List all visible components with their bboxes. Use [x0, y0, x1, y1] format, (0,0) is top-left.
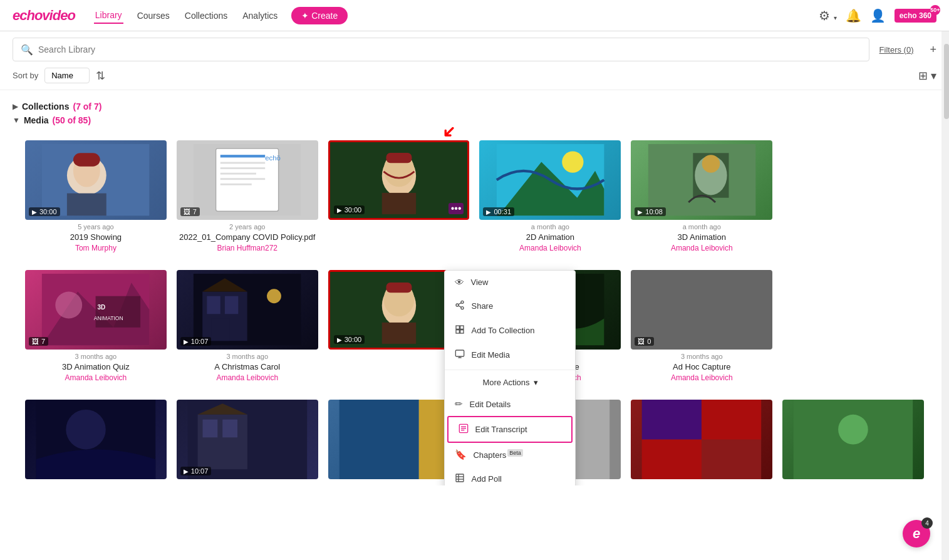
play-icon-3d: ▶ — [638, 209, 643, 215]
card-title-2d: 2D Animation — [479, 232, 621, 242]
search-icon: 🔍 — [21, 44, 33, 56]
profile-icon[interactable]: 👤 — [870, 8, 886, 23]
svg-rect-70 — [202, 420, 217, 438]
duration-bottom-2: ▶ 10:07 — [180, 467, 212, 475]
card-age-3d: a month ago — [631, 223, 772, 231]
img-icon-adhoc2: 🖼 0 — [635, 337, 654, 346]
card-age-2d: a month ago — [479, 223, 621, 231]
card-bottom-5[interactable] — [631, 400, 772, 479]
svg-rect-4 — [73, 153, 100, 167]
media-grid-row1: ▶ 30:00 5 years ago 2019 Showing Tom Mur… — [13, 134, 936, 259]
card-2019-showing[interactable]: ▶ 30:00 5 years ago 2019 Showing Tom Mur… — [25, 140, 167, 252]
ctx-share[interactable]: Share — [445, 294, 575, 318]
ctx-edit-details[interactable]: ✏ Edit Details — [445, 392, 575, 416]
ctx-chapters[interactable]: 🔖 ChaptersBeta — [445, 443, 575, 467]
svg-rect-16 — [381, 193, 415, 214]
media-section-header[interactable]: ▼ Media (50 of 85) — [13, 115, 936, 125]
ctx-more-actions[interactable]: More Actions ▾ — [445, 373, 575, 392]
media-chevron: ▼ — [13, 116, 20, 125]
svg-rect-51 — [460, 330, 464, 333]
card-anne-boleyn[interactable]: ▶ 30:00 ••• ➜ — [328, 140, 470, 252]
card-christmas-carol[interactable]: ▶ 10:07 3 months ago A Christmas Carol A… — [177, 270, 318, 382]
card-3d-animation[interactable]: ▶ 10:08 a month ago 3D Animation Amanda … — [631, 140, 772, 252]
grid-empty-slot — [782, 140, 924, 252]
svg-rect-42 — [386, 283, 412, 293]
nav-library[interactable]: Library — [94, 8, 123, 24]
svg-line-46 — [459, 306, 462, 308]
card-2d-animation[interactable]: ▶ 00:31 a month ago 2D Animation Amanda … — [479, 140, 621, 252]
card-title-3d-quiz: 3D Animation Quiz — [25, 362, 167, 371]
play-icon: ▶ — [32, 209, 37, 215]
scrollbar-thumb[interactable] — [944, 44, 949, 119]
card-3d-quiz[interactable]: 3D ANIMATION 🖼 7 3 months ago 3D Animati… — [25, 270, 167, 382]
svg-rect-7 — [220, 155, 265, 157]
collections-count: (7 of 7) — [73, 101, 101, 111]
card-title-carol: A Christmas Carol — [177, 362, 318, 371]
view-toggle-button[interactable]: ⊞ ▾ — [918, 69, 936, 83]
view-icon: 👁 — [455, 277, 464, 288]
chapters-icon: 🔖 — [455, 449, 467, 460]
ctx-add-poll[interactable]: Add Poll — [445, 467, 575, 485]
img-icon-covid: 🖼 7 — [180, 207, 200, 216]
card-author-2019: Tom Murphy — [25, 244, 167, 252]
svg-rect-49 — [460, 326, 464, 329]
nav-analytics[interactable]: Analytics — [241, 8, 279, 23]
card-covid-policy[interactable]: echö 🖼 7 2 years ago 2022_01_Company COV… — [177, 140, 318, 252]
add-poll-icon — [455, 473, 465, 485]
duration-anne: ▶ 30:00 — [334, 205, 365, 214]
svg-rect-79 — [702, 400, 761, 440]
collections-section-header[interactable]: ▶ Collections (7 of 7) — [13, 101, 936, 111]
sort-select[interactable]: Name Date Duration — [44, 68, 90, 83]
img-icon-3d-quiz: 🖼 7 — [29, 337, 48, 346]
svg-rect-59 — [456, 474, 464, 482]
nav-courses[interactable]: Courses — [136, 8, 171, 23]
grid-row2-empty — [782, 270, 924, 382]
add-collection-icon — [455, 324, 465, 336]
nav-collections[interactable]: Collections — [184, 8, 229, 23]
card-bottom-1[interactable] — [25, 400, 167, 479]
thumbnail-bottom-6 — [782, 400, 924, 479]
svg-rect-9 — [220, 167, 265, 169]
duration-carol: ▶ 10:07 — [180, 337, 212, 346]
more-options-button-anne[interactable]: ••• — [449, 203, 464, 214]
create-button[interactable]: ✦ Create — [291, 7, 348, 24]
svg-rect-35 — [225, 296, 238, 314]
filters-button[interactable]: Filters (0) — [879, 45, 914, 54]
card-age-carol: 3 months ago — [177, 353, 318, 360]
svg-rect-34 — [207, 296, 220, 314]
nav-right: ⚙ ▾ 🔔 👤 echo 360 50+ — [819, 8, 936, 23]
add-filter-button[interactable]: + — [930, 43, 936, 56]
svg-point-20 — [562, 152, 583, 173]
play-icon-carol: ▶ — [184, 338, 189, 345]
settings-icon[interactable]: ⚙ ▾ — [819, 8, 837, 23]
card-adhoc-2[interactable]: 🖼 0 3 months ago Ad Hoc Capture Amanda L… — [631, 270, 772, 382]
thumbnail-3d-quiz: 3D ANIMATION 🖼 7 — [25, 270, 167, 350]
svg-point-25 — [702, 155, 720, 173]
ctx-view[interactable]: 👁 View — [445, 271, 575, 294]
notifications-icon[interactable]: 🔔 — [846, 8, 861, 23]
ctx-add-to-collection[interactable]: Add To Collection — [445, 318, 575, 343]
thumbnail-2019-showing: ▶ 30:00 — [25, 140, 167, 220]
divider — [0, 90, 949, 90]
collections-title: Collections — [22, 101, 69, 111]
media-title: Media — [24, 115, 49, 125]
svg-point-28 — [56, 292, 83, 319]
svg-text:echö: echö — [265, 154, 281, 162]
search-input[interactable] — [38, 44, 861, 54]
svg-point-45 — [461, 307, 464, 309]
sort-direction-icon[interactable]: ⇅ — [96, 69, 105, 83]
thumbnail-3d-anim: ▶ 10:08 — [631, 140, 772, 220]
nav-links: Library Courses Collections Analytics — [94, 8, 279, 24]
card-author-covid: Brian Huffman272 — [177, 244, 318, 252]
logo[interactable]: echovideo — [13, 8, 75, 24]
svg-rect-10 — [220, 173, 256, 175]
ctx-edit-transcript[interactable]: Edit Transcript — [447, 416, 573, 443]
ctx-edit-media[interactable]: Edit Media — [445, 343, 575, 367]
card-bottom-2[interactable]: ▶ 10:07 — [177, 400, 318, 479]
card-author-2d: Amanda Leibovich — [479, 244, 621, 252]
card-bottom-6[interactable] — [782, 400, 924, 479]
media-container: ▶ 30:00 5 years ago 2019 Showing Tom Mur… — [0, 134, 949, 485]
card-anne-row2[interactable]: ▶ 30:00 ••• 👁 View — [328, 270, 470, 382]
thumbnail-carol: ▶ 10:07 — [177, 270, 318, 350]
duration-anne-row2: ▶ 30:00 — [334, 335, 365, 344]
